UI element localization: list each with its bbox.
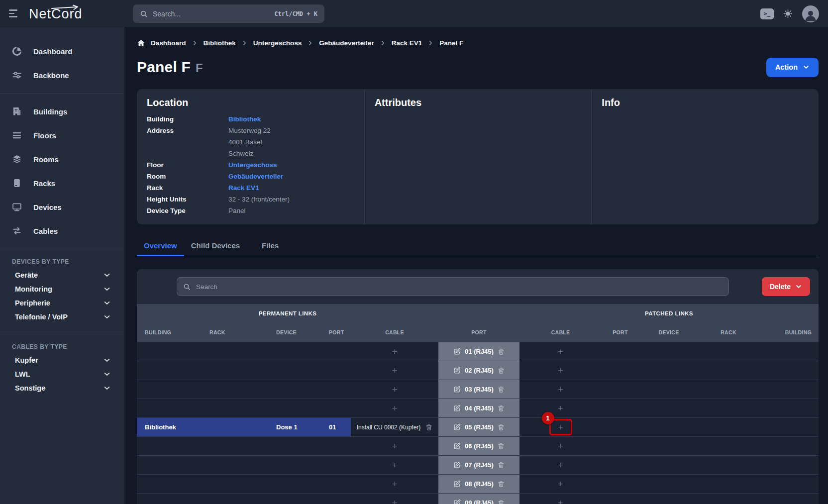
cell-device-port — [321, 380, 351, 399]
trash-icon[interactable] — [498, 424, 505, 431]
terminal-icon[interactable]: >_ — [760, 8, 774, 19]
sidebar-item-floors[interactable]: Floors — [0, 123, 124, 147]
trash-icon[interactable] — [498, 443, 505, 450]
breadcrumb-item-dashboard[interactable]: Dashboard — [151, 39, 186, 47]
sidebar-type-kupfer[interactable]: Kupfer — [0, 353, 124, 367]
port-button[interactable]: 02 (RJ45) — [438, 361, 519, 380]
edit-icon[interactable] — [453, 499, 461, 504]
sidebar-item-dashboard[interactable]: Dashboard — [0, 39, 124, 63]
sidebar-type-peripherie[interactable]: Peripherie — [0, 296, 124, 310]
cell-patched-building — [758, 456, 819, 474]
plus-icon[interactable]: + — [558, 403, 563, 413]
plus-icon[interactable]: + — [392, 366, 397, 375]
type-label: Telefonie / VoIP — [15, 313, 68, 321]
links-card: Delete PERMANENT LINKSPATCHED LINKSBUILD… — [137, 269, 819, 504]
trash-icon[interactable] — [498, 386, 505, 393]
global-search-input[interactable]: Search... Ctrl/CMD + K — [133, 4, 324, 23]
field-label: Room — [147, 171, 228, 182]
port-button[interactable]: 08 (RJ45) — [438, 475, 519, 493]
trash-icon[interactable] — [498, 405, 505, 412]
plus-icon[interactable]: + — [392, 385, 397, 394]
plus-icon[interactable]: + — [558, 441, 563, 451]
table-search[interactable] — [177, 277, 729, 296]
home-icon[interactable] — [137, 39, 145, 47]
edit-icon[interactable] — [453, 480, 461, 488]
cell-patched-port — [602, 399, 639, 417]
links-table-row: BibliothekDose 101Install CU 0002 (Kupfe… — [137, 417, 819, 436]
trash-icon[interactable] — [498, 500, 505, 504]
field-value[interactable]: Gebäudeverteiler — [228, 171, 283, 182]
tab-overview[interactable]: Overview — [137, 236, 184, 256]
edit-icon[interactable] — [453, 386, 461, 393]
plus-icon[interactable]: + — [392, 498, 397, 504]
plus-icon[interactable]: + — [558, 422, 563, 432]
breadcrumb-item-rack-ev1[interactable]: Rack EV1 — [392, 39, 422, 47]
sidebar-type-monitoring[interactable]: Monitoring — [0, 282, 124, 296]
sidebar-type-telefonie-voip[interactable]: Telefonie / VoIP — [0, 310, 124, 324]
sidebar-item-racks[interactable]: Racks — [0, 171, 124, 195]
edit-icon[interactable] — [453, 442, 461, 450]
breadcrumb-item-geb-udeverteiler[interactable]: Gebäudeverteiler — [319, 39, 374, 47]
tab-files[interactable]: Files — [247, 236, 294, 256]
menu-toggle-button[interactable] — [9, 9, 19, 17]
plus-icon[interactable]: + — [558, 460, 563, 470]
port-button[interactable]: 06 (RJ45) — [438, 437, 519, 455]
action-button[interactable]: Action — [766, 58, 819, 77]
plus-icon[interactable]: + — [558, 366, 563, 375]
plus-icon[interactable]: + — [392, 479, 397, 489]
theme-sun-icon[interactable] — [783, 9, 793, 18]
devices-by-type-heading: DEVICES BY TYPE — [0, 254, 124, 268]
trash-icon[interactable] — [498, 462, 505, 469]
edit-icon[interactable] — [453, 423, 461, 431]
plus-icon[interactable]: + — [558, 498, 563, 504]
plus-icon[interactable]: + — [558, 347, 563, 356]
trash-icon[interactable] — [498, 481, 505, 488]
edit-icon[interactable] — [453, 461, 461, 469]
field-value[interactable]: Rack EV1 — [228, 182, 259, 194]
edit-icon[interactable] — [453, 404, 461, 412]
port-button[interactable]: 01 (RJ45) — [438, 342, 519, 361]
breadcrumb-item-bibliothek[interactable]: Bibliothek — [204, 39, 236, 47]
tab-child-devices[interactable]: Child Devices — [184, 236, 247, 256]
port-button[interactable]: 04 (RJ45) — [438, 399, 519, 417]
sidebar-item-label: Buildings — [33, 107, 67, 116]
port-label: 04 (RJ45) — [465, 404, 494, 412]
plus-icon[interactable]: + — [392, 403, 397, 413]
cable-label[interactable]: Install CU 0002 (Kupfer) — [357, 424, 421, 431]
plus-icon[interactable]: + — [392, 460, 397, 470]
user-avatar[interactable] — [802, 5, 819, 22]
plus-icon[interactable]: + — [392, 347, 397, 356]
sidebar-item-backbone[interactable]: Backbone — [0, 63, 124, 87]
trash-icon[interactable] — [425, 424, 432, 431]
sidebar-item-buildings[interactable]: Buildings — [0, 100, 124, 123]
field-value[interactable]: Bibliothek — [228, 113, 261, 125]
cell-device — [268, 456, 321, 474]
plus-icon[interactable]: + — [392, 441, 397, 451]
column-header-cable-4: CABLE — [351, 323, 438, 342]
port-button[interactable]: 07 (RJ45) — [438, 456, 519, 474]
delete-button[interactable]: Delete — [762, 277, 810, 296]
cell-building — [137, 342, 202, 361]
cell-patched-building — [758, 380, 819, 399]
edit-icon[interactable] — [453, 348, 461, 355]
field-value: 32 - 32 (front/center) — [228, 194, 290, 205]
sidebar-type-sonstige[interactable]: Sonstige — [0, 381, 124, 395]
edit-icon[interactable] — [453, 367, 461, 374]
sidebar-type-ger-te[interactable]: Geräte — [0, 268, 124, 282]
plus-icon[interactable]: + — [558, 479, 563, 489]
sidebar-item-devices[interactable]: Devices — [0, 195, 124, 219]
field-value[interactable]: Untergeschoss — [228, 159, 277, 171]
plus-icon[interactable]: + — [558, 385, 563, 394]
port-button[interactable]: 09 (RJ45) — [438, 494, 519, 504]
sidebar-item-cables[interactable]: Cables — [0, 219, 124, 243]
sidebar-item-label: Dashboard — [33, 47, 72, 56]
sidebar-type-lwl[interactable]: LWL — [0, 367, 124, 381]
trash-icon[interactable] — [498, 367, 505, 374]
sidebar-item-rooms[interactable]: Rooms — [0, 147, 124, 171]
trash-icon[interactable] — [498, 348, 505, 355]
breadcrumb-item-untergeschoss[interactable]: Untergeschoss — [253, 39, 302, 47]
port-button[interactable]: 05 (RJ45) — [438, 418, 519, 436]
column-header-cable-6: CABLE — [519, 323, 602, 342]
port-button[interactable]: 03 (RJ45) — [438, 380, 519, 399]
table-search-input[interactable] — [195, 283, 723, 291]
